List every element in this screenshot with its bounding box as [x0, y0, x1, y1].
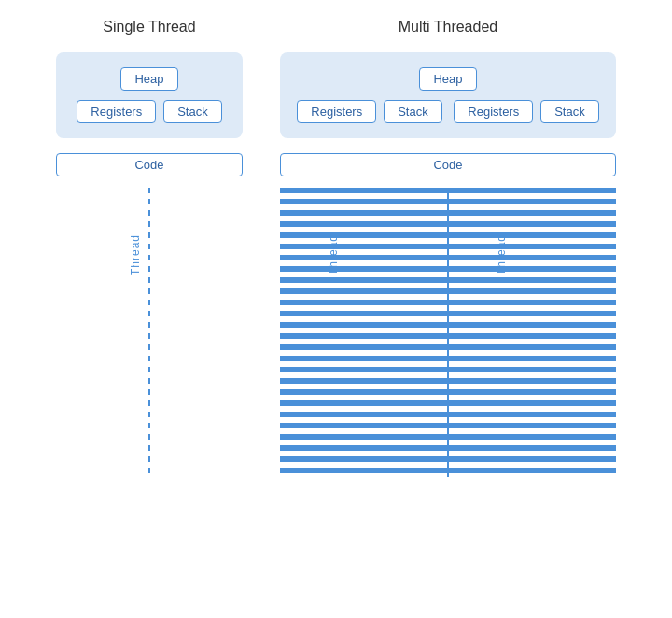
- multi-thread1-stack: Stack: [384, 100, 442, 123]
- multi-thread2-text: Thread: [495, 234, 508, 275]
- main-container: Single Thread Heap Registers Stack Code …: [19, 19, 653, 477]
- multi-thread2-dashed-line: [448, 188, 616, 477]
- single-thread-title: Single Thread: [103, 19, 195, 35]
- single-stack-label: Stack: [163, 100, 222, 123]
- single-thread-section: Single Thread Heap Registers Stack Code …: [56, 19, 243, 477]
- multi-heap-label: Heap: [419, 67, 476, 91]
- multi-registers-stack-row: Registers Stack Registers Stack: [295, 100, 601, 123]
- single-thread-area: Thread: [56, 188, 243, 477]
- single-code-label: Code: [56, 153, 243, 176]
- single-thread-line: [148, 188, 150, 477]
- multi-thread-area: Thread Thread: [280, 188, 616, 477]
- single-registers-label: Registers: [77, 100, 156, 123]
- multi-thread2-stack: Stack: [540, 100, 599, 123]
- multi-thread2-registers: Registers: [454, 100, 533, 123]
- multi-thread1-col: Thread: [280, 188, 448, 477]
- multi-thread1-registers: Registers: [297, 100, 376, 123]
- multi-thread1-regs-stack: Registers Stack: [297, 100, 441, 123]
- multi-thread-diagram-box: Heap Registers Stack Registers Stack: [280, 52, 616, 138]
- multi-code-label: Code: [280, 153, 616, 176]
- single-thread-diagram-box: Heap Registers Stack: [56, 52, 243, 138]
- single-heap-label: Heap: [120, 67, 177, 91]
- multi-thread-section: Multi Threaded Heap Registers Stack Regi…: [280, 19, 616, 477]
- multi-thread-title: Multi Threaded: [399, 19, 497, 35]
- single-thread-text: Thread: [129, 234, 142, 275]
- multi-thread2-regs-stack: Registers Stack: [454, 100, 598, 123]
- multi-thread1-dashed-line: [280, 188, 448, 477]
- multi-thread2-col: Thread: [448, 188, 616, 477]
- multi-thread1-text: Thread: [327, 234, 340, 275]
- single-thread-dashed-line: [148, 188, 150, 477]
- single-registers-stack-row: Registers Stack: [77, 100, 221, 123]
